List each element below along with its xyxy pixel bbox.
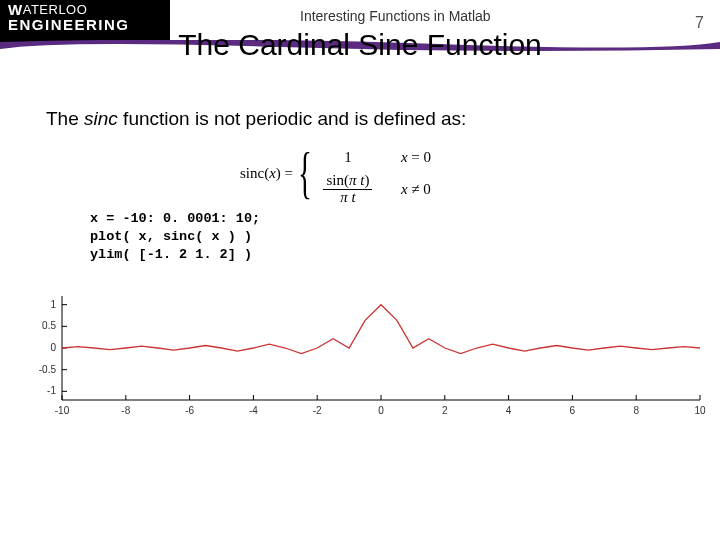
svg-text:-10: -10 — [55, 405, 70, 416]
svg-text:2: 2 — [442, 405, 448, 416]
slide-header: ATERLOO ENGINEERING Interesting Function… — [0, 0, 720, 52]
body-suffix: function is not periodic and is defined … — [118, 108, 467, 129]
svg-text:-2: -2 — [313, 405, 322, 416]
equation-lhs: sinc(x) = — [240, 165, 293, 182]
svg-text:0: 0 — [378, 405, 384, 416]
svg-text:0: 0 — [50, 342, 56, 353]
matlab-code: x = -10: 0. 0001: 10; plot( x, sinc( x )… — [90, 210, 260, 265]
equation-brace: { — [298, 150, 312, 196]
logo-university: ATERLOO — [23, 2, 88, 17]
case2-fraction: sin(π t) π t — [323, 173, 372, 206]
case1-value: 1 — [313, 149, 383, 166]
svg-text:-6: -6 — [185, 405, 194, 416]
svg-text:10: 10 — [694, 405, 706, 416]
case1-cond: x = 0 — [401, 149, 431, 166]
svg-text:-8: -8 — [121, 405, 130, 416]
body-prefix: The — [46, 108, 84, 129]
case2-cond: x ≠ 0 — [401, 181, 431, 198]
case2-denominator: π t — [337, 190, 358, 206]
equation: sinc(x) = { 1 x = 0 sin(π t) π t x ≠ 0 — [240, 144, 431, 202]
case2-numerator: sin(π t) — [323, 173, 372, 190]
code-line-1: x = -10: 0. 0001: 10; — [90, 211, 260, 226]
svg-text:6: 6 — [570, 405, 576, 416]
svg-text:-0.5: -0.5 — [39, 364, 57, 375]
slide-subtitle: Interesting Functions in Matlab — [300, 8, 491, 24]
code-line-3: ylim( [-1. 2 1. 2] ) — [90, 247, 252, 262]
equation-case-1: 1 x = 0 — [313, 144, 431, 170]
svg-text:4: 4 — [506, 405, 512, 416]
svg-text:8: 8 — [633, 405, 639, 416]
svg-text:0.5: 0.5 — [42, 320, 56, 331]
equation-case-2: sin(π t) π t x ≠ 0 — [313, 176, 431, 202]
slide-title: The Cardinal Sine Function — [0, 28, 720, 62]
code-line-2: plot( x, sinc( x ) ) — [90, 229, 252, 244]
svg-text:1: 1 — [50, 299, 56, 310]
body-text: The sinc function is not periodic and is… — [46, 108, 466, 130]
body-function-name: sinc — [84, 108, 118, 129]
sinc-plot: -10-8-6-4-20246810-1-0.500.51 — [20, 290, 710, 430]
svg-text:-4: -4 — [249, 405, 258, 416]
svg-text:-1: -1 — [47, 385, 56, 396]
